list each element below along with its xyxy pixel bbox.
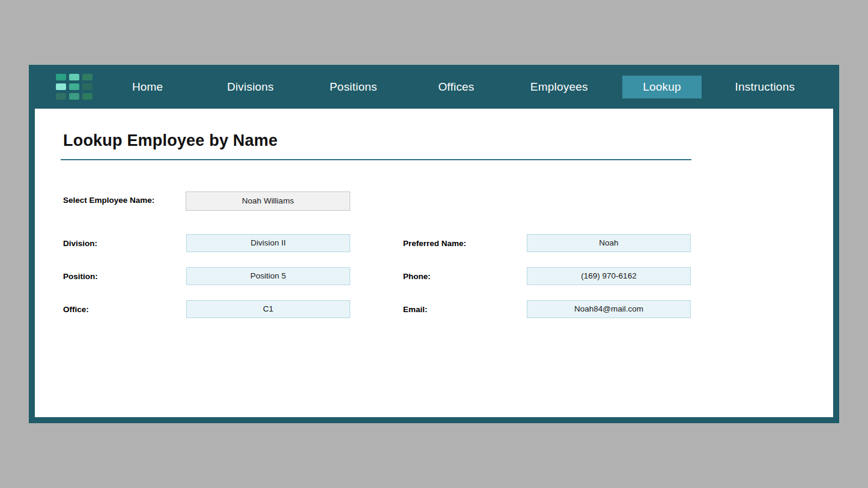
nav-item-label: Employees xyxy=(530,76,588,98)
email-value-field: Noah84@mail.com xyxy=(527,300,691,318)
nav-item-home[interactable]: Home xyxy=(96,65,199,109)
logo-grid-icon xyxy=(56,74,93,100)
logo-tile xyxy=(56,83,66,90)
email-label: Email: xyxy=(403,301,428,319)
logo-tile xyxy=(56,74,66,80)
preferred-name-label: Preferred Name: xyxy=(403,235,466,253)
nav-item-instructions[interactable]: Instructions xyxy=(714,65,816,109)
nav-item-label: Divisions xyxy=(227,76,274,98)
phone-value-field: (169) 970-6162 xyxy=(527,267,691,285)
nav-item-employees[interactable]: Employees xyxy=(508,65,610,109)
division-value-field: Division II xyxy=(186,234,350,252)
preferred-name-value-field: Noah xyxy=(527,234,691,252)
logo-tile xyxy=(82,74,93,80)
nav-item-divisions[interactable]: Divisions xyxy=(199,65,302,109)
logo xyxy=(29,65,96,109)
logo-tile xyxy=(56,93,66,100)
app-window: Home Divisions Positions Offices Employe… xyxy=(29,65,839,423)
logo-tile xyxy=(82,93,93,100)
logo-tile xyxy=(69,74,79,80)
nav-menu: Home Divisions Positions Offices Employe… xyxy=(96,65,839,109)
office-label: Office: xyxy=(63,301,89,319)
nav-item-label: Home xyxy=(132,76,163,98)
position-value-field: Position 5 xyxy=(186,267,350,285)
page-title: Lookup Employee by Name xyxy=(63,131,278,150)
logo-tile xyxy=(69,83,79,90)
nav-item-label: Lookup xyxy=(622,76,702,98)
employee-name-select[interactable]: Noah Williams xyxy=(186,191,350,211)
nav-item-offices[interactable]: Offices xyxy=(405,65,508,109)
position-label: Position: xyxy=(63,268,98,286)
phone-label: Phone: xyxy=(403,268,431,286)
logo-tile xyxy=(69,93,79,100)
nav-item-label: Instructions xyxy=(735,76,795,98)
select-employee-label: Select Employee Name: xyxy=(63,191,154,209)
logo-tile xyxy=(82,83,93,90)
nav-item-label: Positions xyxy=(330,76,377,98)
navbar: Home Divisions Positions Offices Employe… xyxy=(29,65,839,109)
division-label: Division: xyxy=(63,235,97,253)
nav-item-positions[interactable]: Positions xyxy=(302,65,405,109)
content-area: Lookup Employee by Name Select Employee … xyxy=(35,109,833,417)
office-value-field: C1 xyxy=(186,300,350,318)
title-divider xyxy=(61,159,691,160)
desktop-background: { "colors": { "desktop_bg": "#b1b1b1", "… xyxy=(0,0,868,488)
nav-item-lookup-active[interactable]: Lookup xyxy=(610,65,713,109)
nav-item-label: Offices xyxy=(438,76,474,98)
